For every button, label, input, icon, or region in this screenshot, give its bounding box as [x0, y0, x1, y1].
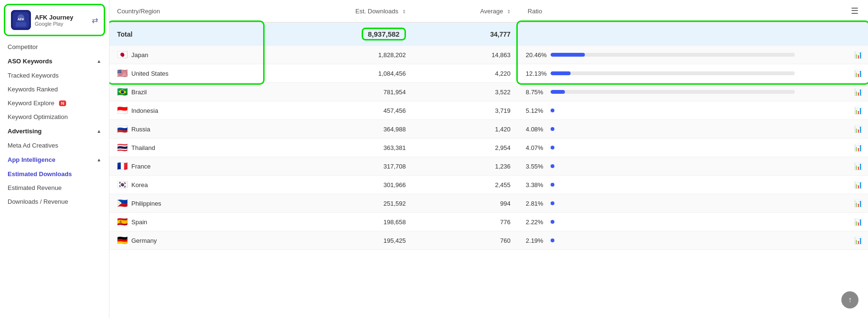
advertising-arrow: ▲	[97, 129, 101, 134]
country-name: Spain	[131, 219, 147, 226]
average-cell: 776	[414, 213, 518, 231]
chart-icon-cell[interactable]: 📊	[802, 120, 868, 139]
menu-icon[interactable]: ☰	[847, 4, 862, 18]
estimated-revenue-label: Estimated Revenue	[8, 184, 61, 191]
ratio-dot	[551, 146, 554, 149]
sidebar-item-tracked-keywords[interactable]: Tracked Keywords	[0, 69, 109, 82]
chart-icon-cell[interactable]: 📊	[802, 64, 868, 83]
chart-icon-cell[interactable]: 📊	[802, 157, 868, 176]
app-intelligence-arrow: ▲	[97, 157, 101, 162]
ratio-cell: 2.81%	[518, 194, 802, 213]
ratio-dot	[551, 183, 554, 187]
sidebar-item-estimated-revenue[interactable]: Estimated Revenue	[0, 181, 109, 195]
downloads-cell: 195,425	[263, 231, 414, 250]
chart-icon[interactable]: 📊	[854, 88, 862, 96]
sort-arrows-downloads: ⇕	[402, 9, 406, 14]
chart-icon[interactable]: 📊	[854, 218, 862, 226]
ratio-cell: 20.46%	[518, 46, 802, 64]
country-cell: 🇯🇵Japan	[109, 46, 263, 64]
flag-icon: 🇪🇸	[117, 218, 128, 226]
chart-icon[interactable]: 📊	[854, 107, 862, 114]
ratio-cell: 4.08%	[518, 120, 802, 139]
chart-icon[interactable]: 📊	[854, 181, 862, 189]
ratio-pct: 4.08%	[526, 126, 547, 133]
country-name: Japan	[131, 51, 148, 59]
ratio-dot	[551, 127, 554, 131]
svg-rect-3	[16, 22, 26, 27]
chart-icon-cell[interactable]: 📊	[802, 194, 868, 213]
country-cell: 🇵🇭Philippines	[109, 194, 263, 213]
chart-icon-cell[interactable]: 📊	[802, 213, 868, 231]
country-cell: 🇮🇩Indonesia	[109, 101, 263, 120]
chart-icon[interactable]: 📊	[854, 144, 862, 151]
swap-icon[interactable]: ⇄	[92, 16, 98, 25]
sidebar-item-keyword-optimization[interactable]: Keyword Optimization	[0, 110, 109, 124]
sidebar-group-app-intelligence[interactable]: App Intelligence ▲	[0, 152, 109, 167]
ratio-bar-bg	[551, 53, 795, 57]
flag-icon: 🇹🇭	[117, 143, 128, 152]
chart-icon[interactable]: 📊	[854, 125, 862, 133]
col-header-average[interactable]: Average ⇕	[414, 0, 518, 22]
sidebar-item-competitor[interactable]: Competitor	[0, 40, 109, 54]
downloads-cell: 363,381	[263, 139, 414, 157]
sidebar-item-downloads-revenue[interactable]: Downloads / Revenue	[0, 195, 109, 209]
sidebar-item-keywords-ranked[interactable]: Keywords Ranked	[0, 82, 109, 96]
sidebar-group-advertising[interactable]: Advertising ▲	[0, 124, 109, 139]
average-cell: 760	[414, 231, 518, 250]
country-name: Thailand	[131, 144, 155, 151]
chart-icon[interactable]: 📊	[854, 237, 862, 244]
app-store: Google Play	[35, 21, 88, 27]
ratio-pct: 2.19%	[526, 237, 547, 244]
ratio-pct: 2.81%	[526, 200, 547, 207]
meta-ad-creatives-label: Meta Ad Creatives	[8, 142, 58, 149]
app-header[interactable]: AFK AFK Journey Google Play ⇄	[4, 4, 105, 36]
flag-icon: 🇯🇵	[117, 50, 128, 59]
sidebar-item-estimated-downloads[interactable]: Estimated Downloads	[0, 167, 109, 181]
chart-icon[interactable]: 📊	[854, 70, 862, 77]
col-header-ratio: Ratio	[518, 0, 802, 22]
ratio-bar-bg	[551, 71, 795, 75]
flag-icon: 🇺🇸	[117, 69, 128, 78]
average-cell: 2,954	[414, 139, 518, 157]
chart-icon-cell[interactable]: 📊	[802, 101, 868, 120]
country-name: Philippines	[131, 200, 161, 207]
flag-icon: 🇩🇪	[117, 236, 128, 245]
ratio-cell: 2.22%	[518, 213, 802, 231]
col-header-est-downloads[interactable]: Est. Downloads ⇕	[263, 0, 414, 22]
ratio-cell: 4.07%	[518, 139, 802, 157]
tracked-keywords-label: Tracked Keywords	[8, 72, 59, 79]
sidebar-item-keyword-explore[interactable]: Keyword Explore N	[0, 96, 109, 110]
aso-keywords-label: ASO Keywords	[8, 58, 52, 65]
estimated-downloads-label: Estimated Downloads	[8, 170, 72, 178]
chart-icon-cell[interactable]: 📊	[802, 176, 868, 194]
sidebar-group-aso-keywords[interactable]: ASO Keywords ▲	[0, 54, 109, 69]
country-name: Korea	[131, 181, 148, 189]
scroll-to-top-button[interactable]: ↑	[841, 291, 858, 308]
flag-icon: 🇫🇷	[117, 162, 128, 170]
app-icon: AFK	[11, 10, 31, 30]
downloads-cell: 251,592	[263, 194, 414, 213]
table-wrapper: Country/Region Est. Downloads ⇕ Average …	[109, 0, 868, 250]
downloads-cell: 1,828,202	[263, 46, 414, 64]
chart-icon[interactable]: 📊	[854, 162, 862, 170]
ratio-dot	[551, 164, 554, 168]
chart-icon[interactable]: 📊	[854, 51, 862, 59]
ratio-bar-bg	[551, 90, 795, 94]
flag-icon: 🇰🇷	[117, 180, 128, 189]
chart-icon-cell[interactable]: 📊	[802, 46, 868, 64]
chart-icon[interactable]: 📊	[854, 199, 862, 207]
chart-icon-cell[interactable]: 📊	[802, 139, 868, 157]
table-row: 🇹🇭Thailand363,3812,9544.07%📊	[109, 139, 868, 157]
col-header-menu[interactable]: ☰	[802, 0, 868, 22]
ratio-pct: 20.46%	[526, 51, 547, 59]
chart-icon-cell[interactable]: 📊	[802, 231, 868, 250]
table-row: 🇩🇪Germany195,4257602.19%📊	[109, 231, 868, 250]
advertising-label: Advertising	[8, 128, 42, 135]
ratio-pct: 2.22%	[526, 219, 547, 226]
downloads-cell: 781,954	[263, 83, 414, 101]
chart-icon-cell[interactable]: 📊	[802, 83, 868, 101]
flag-icon: 🇷🇺	[117, 125, 128, 133]
sidebar-item-meta-ad-creatives[interactable]: Meta Ad Creatives	[0, 139, 109, 152]
average-cell: 4,220	[414, 64, 518, 83]
ratio-cell: 3.55%	[518, 157, 802, 176]
